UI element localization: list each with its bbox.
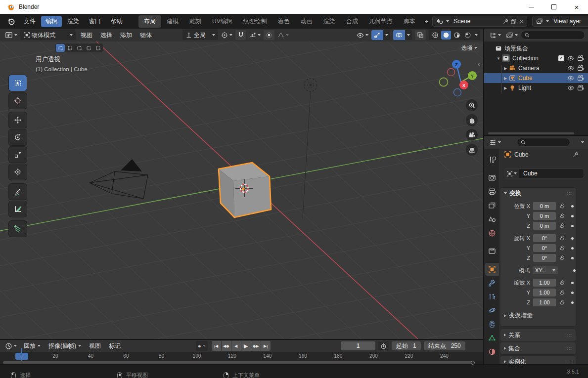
add-workspace-button[interactable]: + xyxy=(421,17,433,26)
timeline-menu-keying[interactable]: 抠像(插帧) xyxy=(45,340,85,352)
orthographic-toggle-button[interactable] xyxy=(466,144,478,156)
workspace-tab-layout[interactable]: 布局 xyxy=(138,15,161,28)
workspace-tab-texture-paint[interactable]: 纹理绘制 xyxy=(238,15,272,28)
disclosure-closed-icon[interactable]: ▶ xyxy=(502,66,509,71)
use-preview-range-toggle[interactable] xyxy=(378,341,389,350)
panel-relations[interactable]: 关系:::: xyxy=(500,329,576,341)
menu-help[interactable]: 帮助 xyxy=(106,16,127,27)
menu-window[interactable]: 窗口 xyxy=(85,16,105,27)
scale-x-field[interactable]: 1.00 xyxy=(533,279,556,287)
minimize-button[interactable] xyxy=(520,0,543,14)
record-icon[interactable]: ● xyxy=(198,343,201,349)
timeline-menu-playback[interactable]: 回放 xyxy=(20,340,45,352)
object-name-value[interactable]: Cube xyxy=(519,170,542,177)
outliner-scrollbar[interactable] xyxy=(488,132,574,134)
lock-open-icon[interactable] xyxy=(559,255,565,261)
properties-tab-material[interactable] xyxy=(485,345,499,358)
jump-to-end-button[interactable]: ▶| xyxy=(261,341,271,351)
workspace-tab-sculpting[interactable]: 雕刻 xyxy=(184,15,207,28)
tool-add-cube[interactable] xyxy=(9,221,27,237)
previous-keyframe-button[interactable]: ◀◆ xyxy=(222,341,231,351)
overlays-dropdown[interactable] xyxy=(405,30,412,40)
animate-dot-icon[interactable] xyxy=(571,225,574,227)
navigation-gizmo[interactable]: Z Y X xyxy=(440,60,477,96)
outliner-editor-type-button[interactable] xyxy=(487,31,503,40)
panel-relations-header[interactable]: 关系:::: xyxy=(500,329,576,341)
camera-object[interactable] xyxy=(90,159,148,199)
animate-dot-icon[interactable] xyxy=(573,269,576,272)
jump-to-start-button[interactable]: |◀ xyxy=(212,341,221,351)
visibility-dropdown[interactable] xyxy=(355,31,370,40)
viewlayer-name[interactable]: ViewLayer xyxy=(550,18,588,25)
select-mode-subtract[interactable] xyxy=(75,44,84,52)
eye-icon[interactable] xyxy=(567,65,574,72)
select-mode-extend[interactable] xyxy=(65,44,74,52)
eye-icon[interactable] xyxy=(567,84,574,91)
toolbar-collapse-arrow[interactable]: ‹ xyxy=(478,60,480,68)
frame-end-field[interactable]: 结束点 250 xyxy=(424,341,465,350)
properties-tab-world[interactable] xyxy=(485,227,499,240)
tool-move[interactable] xyxy=(9,112,27,128)
maximize-button[interactable] xyxy=(543,0,565,14)
properties-search-input[interactable] xyxy=(528,139,558,145)
pivot-dropdown[interactable] xyxy=(219,31,234,40)
workspace-tab-geometry-nodes[interactable]: 几何节点 xyxy=(363,15,398,28)
chevron-down-icon[interactable] xyxy=(203,345,206,347)
current-frame-field[interactable]: 1 xyxy=(341,341,375,350)
outliner-item-label[interactable]: Collection xyxy=(512,55,558,62)
gizmo-toggle[interactable] xyxy=(371,30,383,40)
workspace-tab-shading[interactable]: 着色 xyxy=(272,15,295,28)
workspace-tab-modeling[interactable]: 建模 xyxy=(161,15,184,28)
location-x-field[interactable]: 0 m xyxy=(533,202,556,210)
overlays-toggle[interactable] xyxy=(393,30,405,40)
viewport-menu-object[interactable]: 物体 xyxy=(136,30,156,41)
xray-toggle[interactable] xyxy=(415,30,426,40)
disclosure-open-icon[interactable]: ▼ xyxy=(495,56,502,61)
outliner-search[interactable] xyxy=(521,31,585,40)
scale-y-field[interactable]: 1.00 xyxy=(533,289,556,296)
breadcrumb-object-name[interactable]: Cube xyxy=(514,151,529,158)
checkbox-icon[interactable]: ✓ xyxy=(558,55,564,61)
proportional-editing-toggle[interactable] xyxy=(264,30,274,40)
panel-instancing-header[interactable]: 实例化:::: xyxy=(500,356,576,364)
properties-tab-render[interactable] xyxy=(485,171,499,184)
properties-tab-object[interactable] xyxy=(485,263,499,276)
tool-select-box[interactable] xyxy=(9,75,27,91)
scene-selector[interactable]: Scene × xyxy=(432,16,527,27)
viewport-menu-view[interactable]: 视图 xyxy=(77,30,96,41)
properties-tab-particles[interactable] xyxy=(485,291,499,303)
properties-tab-physics[interactable] xyxy=(485,304,499,317)
outliner-item-label[interactable]: Cube xyxy=(518,75,567,82)
disclosure-closed-icon[interactable]: ▶ xyxy=(502,86,509,90)
outliner-row-cube[interactable]: ▶Cube xyxy=(484,73,588,83)
close-button[interactable]: × xyxy=(565,0,588,14)
delta-transform-panel-header[interactable]: 变换增量 xyxy=(504,311,533,320)
viewport-3d[interactable]: Z Y X 选项 用户透视 (1) Collection | Cube ‹ xyxy=(0,42,483,339)
snap-toggle[interactable] xyxy=(235,30,246,40)
lock-open-icon[interactable] xyxy=(559,245,565,251)
outliner-item-label[interactable]: Camera xyxy=(518,65,567,72)
timeline-menu-view[interactable]: 视图 xyxy=(85,340,105,352)
tool-cursor[interactable] xyxy=(9,93,27,109)
options-dropdown[interactable]: 选项 xyxy=(458,43,481,52)
rotation-x-field[interactable]: 0° xyxy=(533,234,556,242)
outliner-display-mode-dropdown[interactable] xyxy=(504,31,520,40)
object-name-prefix[interactable] xyxy=(504,169,519,178)
rotation-y-field[interactable]: 0° xyxy=(533,244,556,252)
tool-transform[interactable] xyxy=(9,164,27,180)
panel-instancing[interactable]: 实例化:::: xyxy=(500,356,576,364)
workspace-tab-rendering[interactable]: 渲染 xyxy=(318,15,341,28)
outliner-row-collection[interactable]: ▼Collection✓ xyxy=(484,53,588,63)
properties-search[interactable] xyxy=(517,138,570,147)
panel-grip-icon[interactable]: :::: xyxy=(565,346,572,351)
lock-open-icon[interactable] xyxy=(559,290,565,295)
camera-view-button[interactable] xyxy=(466,129,478,141)
panel-collections-header[interactable]: 集合:::: xyxy=(500,342,576,354)
menu-file[interactable]: 文件 xyxy=(19,16,40,27)
animate-dot-icon[interactable] xyxy=(571,257,574,259)
properties-filter-dropdown[interactable] xyxy=(581,141,584,143)
properties-tab-constraints[interactable] xyxy=(485,318,499,331)
scene-icon[interactable] xyxy=(435,18,445,25)
outliner-row-light[interactable]: ▶Light xyxy=(484,83,588,93)
scrollbar-handle[interactable] xyxy=(471,361,475,365)
